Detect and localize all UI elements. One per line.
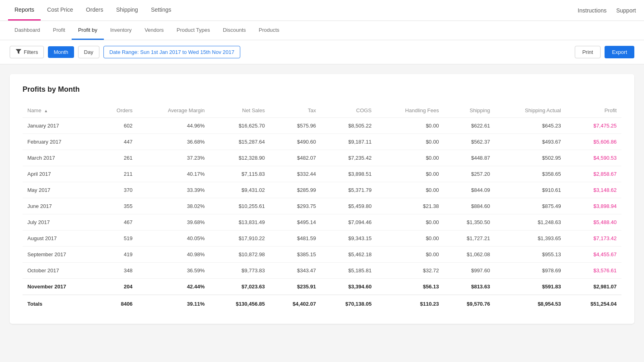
row-handling-fees: $0.00 [376,134,444,150]
row-shipping-actual: $493.67 [495,134,566,150]
row-name: November 2017 [23,279,97,295]
col-header-name[interactable]: Name ▲ [23,103,97,118]
col-header-net-sales: Net Sales [210,103,270,118]
totals-shipping: $9,570.76 [444,295,495,313]
row-orders: 602 [97,118,137,134]
filters-button[interactable]: Filters [10,46,44,58]
sec-tab-discounts[interactable]: Discounts [217,21,252,40]
sec-tab-dashboard[interactable]: Dashboard [8,21,47,40]
row-shipping-actual: $358.65 [495,166,566,182]
row-profit: $5,606.86 [566,134,621,150]
row-shipping-actual: $955.13 [495,247,566,263]
row-name: August 2017 [23,230,97,247]
day-button[interactable]: Day [78,46,99,58]
row-tax: $575.96 [270,118,321,134]
row-profit: $4,590.53 [566,150,621,166]
row-cogs: $5,462.18 [321,247,376,263]
sec-tab-product-types[interactable]: Product Types [170,21,217,40]
col-header-handling-fees: Handling Fees [376,103,444,118]
sec-tab-inventory[interactable]: Inventory [104,21,138,40]
col-header-cogs: COGS [321,103,376,118]
totals-handling-fees: $110.23 [376,295,444,313]
row-net-sales: $10,872.98 [210,247,270,263]
row-net-sales: $10,255.61 [210,198,270,214]
row-name: July 2017 [23,214,97,230]
row-shipping: $1,727.21 [444,230,495,247]
row-handling-fees: $0.00 [376,118,444,134]
row-net-sales: $7,023.63 [210,279,270,295]
totals-cogs: $70,138.05 [321,295,376,313]
nav-link-instructions[interactable]: Instructions [578,7,607,14]
row-tax: $495.14 [270,214,321,230]
top-navigation: Reports Cost Price Orders Shipping Setti… [0,0,644,21]
row-shipping-actual: $591.83 [495,279,566,295]
month-button[interactable]: Month [48,46,74,58]
row-tax: $285.99 [270,182,321,198]
date-range-button[interactable]: Date Range: Sun 1st Jan 2017 to Wed 15th… [103,46,241,58]
table-row: February 2017 447 36.68% $15,287.64 $490… [23,134,621,150]
row-tax: $481.59 [270,230,321,247]
row-handling-fees: $0.00 [376,182,444,198]
row-profit: $3,576.61 [566,263,621,279]
row-avg-margin: 37.23% [137,150,209,166]
row-shipping: $562.37 [444,134,495,150]
sec-tab-products[interactable]: Products [252,21,286,40]
row-avg-margin: 36.59% [137,263,209,279]
row-orders: 419 [97,247,137,263]
row-shipping-actual: $645.23 [495,118,566,134]
row-name: September 2017 [23,247,97,263]
table-row: March 2017 261 37.23% $12,328.90 $482.07… [23,150,621,166]
nav-tab-orders[interactable]: Orders [80,0,110,21]
main-content: Profits by Month Name ▲ Orders Average M… [0,64,644,333]
row-name: January 2017 [23,118,97,134]
nav-tab-reports[interactable]: Reports [8,0,41,21]
nav-tab-cost-price[interactable]: Cost Price [41,0,80,21]
row-net-sales: $15,287.64 [210,134,270,150]
row-avg-margin: 39.68% [137,214,209,230]
row-cogs: $5,185.81 [321,263,376,279]
col-header-tax: Tax [270,103,321,118]
row-shipping-actual: $910.61 [495,182,566,198]
row-handling-fees: $21.38 [376,198,444,214]
print-button[interactable]: Print [575,46,601,58]
sec-tab-vendors[interactable]: Vendors [138,21,170,40]
row-cogs: $9,187.11 [321,134,376,150]
row-shipping: $813.63 [444,279,495,295]
row-shipping-actual: $1,248.63 [495,214,566,230]
row-avg-margin: 33.39% [137,182,209,198]
export-button[interactable]: Export [605,46,634,58]
row-shipping: $1,350.50 [444,214,495,230]
row-avg-margin: 38.02% [137,198,209,214]
nav-tab-settings[interactable]: Settings [144,0,178,21]
row-cogs: $3,898.51 [321,166,376,182]
toolbar: Filters Month Day Date Range: Sun 1st Ja… [0,40,644,64]
row-avg-margin: 40.17% [137,166,209,182]
row-tax: $293.75 [270,198,321,214]
row-shipping: $1,062.08 [444,247,495,263]
row-orders: 447 [97,134,137,150]
row-net-sales: $9,431.02 [210,182,270,198]
row-shipping: $884.60 [444,198,495,214]
table-row: September 2017 419 40.98% $10,872.98 $38… [23,247,621,263]
row-name: October 2017 [23,263,97,279]
row-net-sales: $13,831.49 [210,214,270,230]
row-cogs: $8,505.22 [321,118,376,134]
row-cogs: $5,459.80 [321,198,376,214]
row-handling-fees: $56.13 [376,279,444,295]
row-cogs: $5,371.79 [321,182,376,198]
row-name: March 2017 [23,150,97,166]
nav-link-support[interactable]: Support [616,7,636,14]
row-orders: 211 [97,166,137,182]
row-cogs: $3,394.60 [321,279,376,295]
sort-arrow-icon: ▲ [44,109,48,113]
nav-tab-shipping[interactable]: Shipping [109,0,144,21]
secondary-navigation: Dashboard Profit Profit by Inventory Ven… [0,21,644,40]
sec-tab-profit-by[interactable]: Profit by [72,21,104,40]
col-header-orders: Orders [97,103,137,118]
row-profit: $2,981.07 [566,279,621,295]
row-shipping: $997.60 [444,263,495,279]
row-profit: $5,488.40 [566,214,621,230]
row-tax: $385.15 [270,247,321,263]
sec-tab-profit[interactable]: Profit [47,21,72,40]
row-avg-margin: 40.05% [137,230,209,247]
